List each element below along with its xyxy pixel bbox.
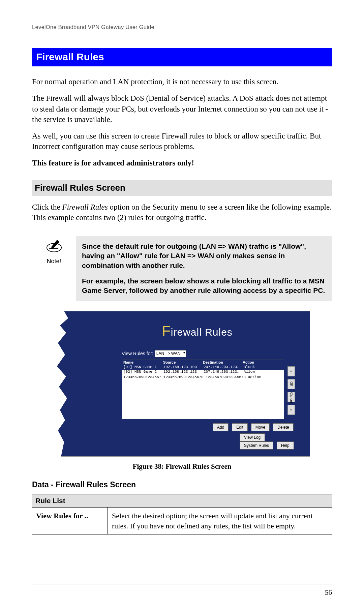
move-down-button[interactable]: « [287, 405, 295, 415]
note-body: Since the default rule for outgoing (LAN… [76, 236, 332, 301]
list-row[interactable]: [01] MSN Game 1 192.168.123.100 207.146.… [122, 365, 284, 370]
cell-action: Block [244, 365, 282, 370]
cell-source: 192.168.123.100 [163, 365, 202, 370]
section-title: Firewall Rules [32, 48, 332, 67]
note-label: Note! [39, 257, 69, 265]
intro-paragraph-1: For normal operation and LAN protection,… [32, 76, 332, 87]
edit-button[interactable]: Edit [232, 423, 248, 431]
list-row[interactable]: [02] MSN Game 2 192.168.123.123 207.146.… [122, 370, 284, 374]
col-action: Action [243, 360, 282, 365]
rules-listbox[interactable]: Name Source Destination Action [01] MSN … [122, 360, 284, 419]
delete-button[interactable]: Delete [273, 423, 294, 431]
move-button[interactable]: Move [251, 423, 270, 431]
add-button[interactable]: Add [213, 423, 229, 431]
pencil-note-icon [45, 246, 63, 255]
cell-action: Allow [244, 370, 282, 374]
admin-warning: This feature is for advanced administrat… [32, 158, 332, 168]
intro-paragraph-3: As well, you can use this screen to crea… [32, 131, 332, 152]
page-number: 56 [325, 588, 332, 596]
ok-button[interactable]: OK [287, 379, 295, 389]
cancel-button[interactable]: Cancel [287, 392, 295, 402]
subsection-title: Firewall Rules Screen [32, 180, 332, 196]
torn-edge-decoration [54, 311, 74, 457]
figure-caption: Figure 38: Firewall Rules Screen [32, 462, 332, 471]
note-paragraph-2: For example, the screen below shows a ru… [82, 276, 326, 296]
note-paragraph-1: Since the default rule for outgoing (LAN… [82, 242, 326, 270]
doc-header: LevelOne Broadband VPN Gateway User Guid… [32, 24, 332, 31]
side-button-stack: » OK Cancel « [287, 360, 295, 419]
firewall-rules-window: Firewall Rules View Rules for: LAN => WA… [54, 311, 310, 457]
table-row-label: View Rules for .. [32, 507, 108, 534]
intro-text-pre: Click the [32, 203, 62, 211]
data-heading: Data - Firewall Rules Screen [32, 480, 332, 490]
cell-source: 192.168.123.123 [163, 370, 202, 374]
note-block: Note! Since the default rule for outgoin… [39, 236, 332, 301]
window-title-initial: F [162, 323, 171, 339]
table-section-header: Rule List [32, 494, 332, 508]
intro-paragraph-2: The Firewall will always block DoS (Deni… [32, 93, 332, 124]
col-destination: Destination [203, 360, 243, 365]
move-up-button[interactable]: » [287, 366, 295, 376]
window-title-rest: irewall Rules [171, 327, 233, 338]
subsection-intro: Click the Firewall Rules option on the S… [32, 202, 332, 223]
list-header-row: Name Source Destination Action [122, 360, 284, 365]
view-rules-select[interactable]: LAN => WAN [155, 350, 186, 357]
cell-dest: 207.146.203.123… [204, 370, 242, 374]
list-filler-text: 12345678901234567 123456789012345678 123… [122, 374, 284, 380]
table-row: View Rules for .. Select the desired opt… [32, 507, 332, 534]
col-name: Name [123, 360, 163, 365]
cell-name: [01] MSN Game 1 [123, 365, 162, 370]
system-rules-button[interactable]: System Rules [240, 441, 273, 450]
intro-text-em: Firewall Rules [62, 203, 108, 211]
cell-name: [02] MSN Game 2 [123, 370, 162, 374]
help-button[interactable]: Help [277, 441, 294, 450]
view-log-button[interactable]: View Log [240, 433, 265, 441]
view-rules-for-label: View Rules for: [122, 350, 153, 357]
data-table: Rule List View Rules for .. Select the d… [32, 494, 332, 535]
window-title: Firewall Rules [95, 321, 300, 341]
cell-dest: 207.146.203.123… [204, 365, 242, 370]
table-row-desc: Select the desired option; the screen wi… [108, 507, 332, 534]
page-footer: 56 [32, 584, 332, 597]
col-source: Source [163, 360, 203, 365]
